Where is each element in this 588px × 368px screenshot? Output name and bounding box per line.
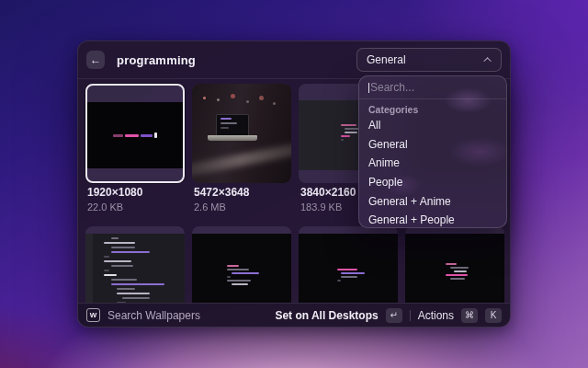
code-art (446, 263, 469, 280)
wallpaper-image-code-black (405, 234, 504, 303)
return-key-icon: ↵ (386, 308, 402, 323)
primary-action-button[interactable]: Set on All Desktops (275, 309, 378, 322)
light-streak (192, 138, 291, 179)
category-dropdown-popup: Categories All General Anime People Gene… (358, 75, 507, 228)
wallpaper-image-terminal (87, 102, 183, 168)
wallpaper-image-code-black (192, 234, 291, 303)
wallpaper-resolution: 1920×1080 (87, 186, 142, 199)
code-art (85, 234, 185, 303)
category-filter-dropdown[interactable]: General (356, 48, 502, 72)
back-arrow-icon: ← (90, 54, 101, 65)
category-option-general[interactable]: General (359, 135, 506, 155)
wallpaper-filesize: 22.0 KB (87, 201, 123, 213)
wallpaper-thumbnail-selected[interactable] (85, 84, 185, 183)
chevron-up-icon (483, 57, 491, 64)
category-option-general-anime[interactable]: General + Anime (359, 191, 506, 211)
wallpaper-filesize: 183.9 KB (300, 201, 342, 213)
k-key-icon: K (485, 308, 502, 323)
wallpaper-image-code-black (299, 234, 398, 303)
back-button[interactable]: ← (86, 51, 105, 69)
text-cursor (368, 83, 369, 93)
wallpaper-resolution: 3840×2160 (300, 186, 356, 199)
code-art (227, 265, 259, 285)
desktop-background: { "window": { "back_icon": "←", "title":… (0, 0, 588, 368)
wallpaper-image-editor (85, 234, 185, 303)
wallpaper-thumbnail[interactable] (192, 84, 291, 183)
dropdown-section-title: Categories (359, 99, 506, 116)
category-option-anime[interactable]: Anime (359, 154, 506, 173)
laptop-base (208, 135, 257, 141)
category-option-all[interactable]: All (359, 116, 506, 135)
wallpaper-resolution: 5472×3648 (194, 186, 249, 199)
wallpaper-thumbnail[interactable] (192, 226, 291, 303)
dropdown-search-input[interactable] (359, 81, 506, 94)
laptop-screen (216, 114, 249, 135)
wallpaper-thumbnail[interactable] (299, 226, 398, 303)
footer-divider (410, 310, 411, 321)
command-key-icon: ⌘ (461, 308, 478, 323)
action-bar: W Search Wallpapers Set on All Desktops … (78, 303, 510, 327)
category-option-people[interactable]: People (359, 173, 506, 192)
extension-name: Search Wallpapers (107, 309, 200, 322)
wallpaper-image-laptop-night (192, 84, 291, 183)
wallpaper-filesize: 2.6 MB (194, 201, 226, 213)
page-title: programming (117, 53, 196, 67)
category-option-general-people[interactable]: General + People (359, 211, 506, 228)
wallpapers-extension-icon: W (86, 308, 100, 322)
code-art (113, 132, 157, 138)
category-filter-value: General (367, 53, 406, 66)
window-header: ← programming General (78, 41, 510, 79)
wallpaper-thumbnail[interactable] (85, 226, 185, 303)
dropdown-search-row (359, 76, 506, 99)
actions-menu-button[interactable]: Actions (418, 309, 454, 322)
bokeh-lights (203, 97, 206, 99)
code-art (337, 269, 365, 282)
wallpaper-thumbnail[interactable] (405, 226, 504, 303)
